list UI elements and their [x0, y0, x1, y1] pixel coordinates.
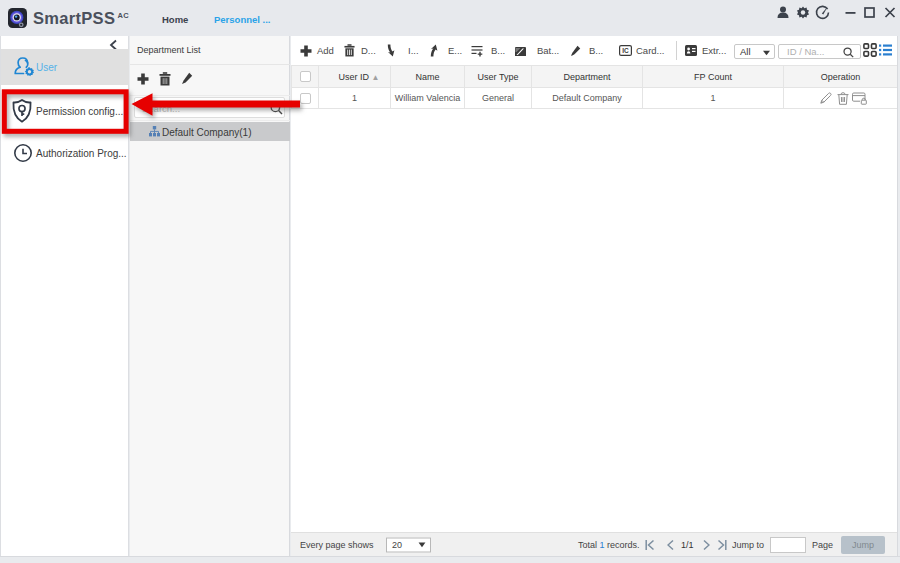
svg-text:IC: IC [622, 47, 629, 54]
